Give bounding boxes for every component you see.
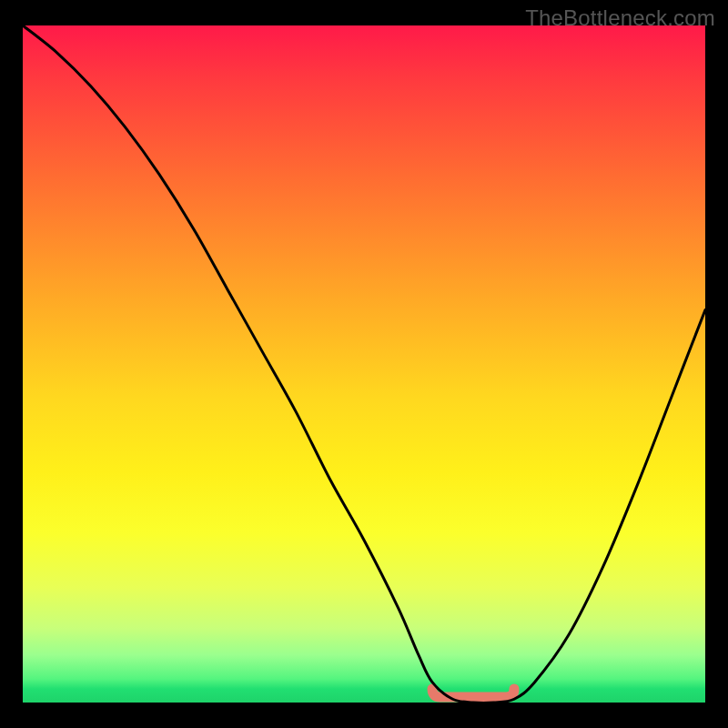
chart-frame: TheBottleneck.com xyxy=(0,0,728,728)
bottleneck-curve xyxy=(23,25,705,703)
plot-area xyxy=(23,25,705,703)
watermark-text: TheBottleneck.com xyxy=(525,5,715,31)
